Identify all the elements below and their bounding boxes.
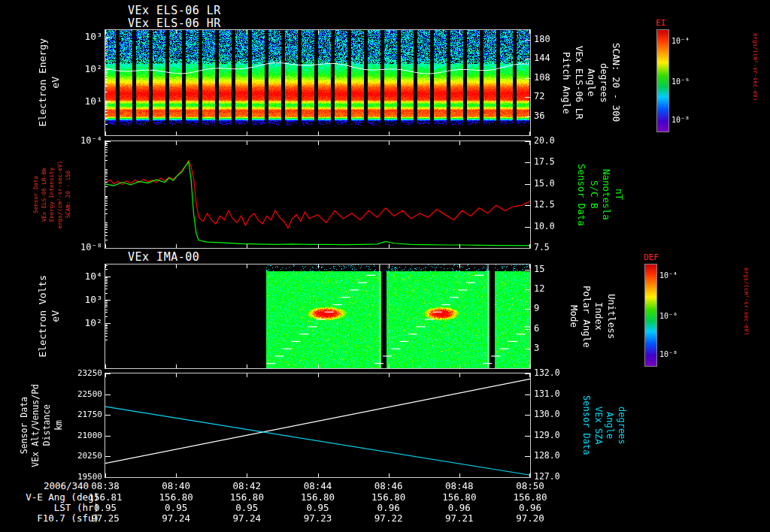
axis-tick-label-right: 144 (534, 53, 550, 63)
footer-value: 156.80 (224, 492, 269, 502)
time-tick-label: 08:48 (437, 481, 482, 491)
colorbar-tick-label: 10⁻⁴ (659, 271, 678, 280)
panel2-right-axis-label-line: S/C B (588, 180, 599, 209)
colorbar-def-unit-label: ergs/(cm²-sr-sec-eV) (742, 268, 749, 335)
time-tick-label: 08:50 (508, 481, 553, 491)
axis-tick-label-left: 10³ (66, 295, 102, 304)
panel3-left-axis-label: Electron VoltseV (38, 264, 62, 368)
footer-value: 0.96 (508, 503, 553, 512)
footer-value: 97.21 (437, 513, 482, 523)
axis-tick-label-right: 9 (534, 304, 539, 313)
panel2-right-axis-label: Sensor DataS/C BNanoteslanT (576, 141, 624, 248)
panel4-left-axis-label-line: Sensor Data (20, 397, 29, 454)
axis-tick-label-left: 10¹ (66, 96, 102, 106)
panel2-left-axis-label-line: ergs/(cm²-sr-sec-eV) (57, 161, 64, 228)
footer-value: 97.23 (296, 513, 341, 523)
axis-tick-label-right: 128.0 (534, 451, 560, 461)
footer-value: 0.96 (437, 503, 482, 512)
panel3-right-axis-label-line: Mode (568, 305, 579, 328)
panel2-right-axis-label-line: Nanotesla (601, 169, 611, 220)
axis-tick-label-right: 12 (534, 284, 544, 294)
axis-tick-label-left: 10² (66, 64, 102, 74)
panel2-left-axis-label-line: Energy Intensity (49, 168, 56, 222)
time-tick-label: 08:42 (224, 481, 269, 491)
plot-title-line1: VEx ELS-06 LR (128, 4, 221, 17)
footer-value: 156.80 (366, 492, 411, 502)
axis-tick-label-right: 3 (534, 343, 539, 353)
axis-tick-label-right: 129.0 (534, 431, 560, 440)
footer-value: 97.20 (508, 513, 553, 523)
panel2-els-intensity-and-magnetic-field-canvas (105, 141, 530, 248)
axis-tick-label-left: 10³ (66, 32, 102, 41)
panel1-left-axis-label: Electron EnergyeV (38, 30, 62, 135)
panel1-right-axis-label: Pitch AngleVEx ELS-06 LRAngledegreesSCAN… (561, 30, 621, 135)
panel2-left-axis-label-line: Sensor Data (33, 176, 40, 213)
panel4-right-axis-label-line: Sensor Data (581, 395, 591, 455)
colorbar-tick-label: 10⁻⁴ (671, 36, 690, 46)
footer-value: 97.24 (224, 513, 269, 523)
footer-value: 97.24 (153, 513, 199, 523)
axis-tick-label-left: 20250 (66, 451, 102, 461)
colorbar-tick-label: 10⁻⁶ (659, 311, 678, 321)
footer-value: 156.80 (437, 492, 482, 502)
time-tick-label: 08:46 (366, 481, 411, 491)
colorbar-tick-label: 10⁻⁸ (659, 349, 678, 359)
axis-tick-label-left: 10² (66, 318, 102, 328)
footer-value: 0.95 (296, 503, 341, 512)
panel4-left-axis-label-line: VEx Alt/Venus/Pd (31, 384, 41, 467)
panel4-left-axis-label-line: Distance (42, 404, 52, 446)
panel2-right-axis-label-line: Sensor Data (576, 164, 587, 226)
panel3-right-axis-label-line: Unitless (605, 294, 616, 339)
axis-tick-label-right: 20.0 (534, 136, 555, 146)
panel2-left-axis-label: Sensor DataVEx ELS-06 LR-BkEnergy Intens… (33, 141, 71, 248)
panel3-right-axis-label-line: Polar Angle (581, 286, 591, 348)
axis-tick-label-left: 10⁻⁴ (66, 136, 102, 146)
panel1-left-axis-label-line: eV (50, 77, 62, 89)
panel3-right-axis-label: ModePolar AngleIndexUnitless (568, 264, 617, 368)
panel2-left-axis-label-line: SCAN: 20 - 150 (65, 171, 72, 218)
time-tick-label: 08:40 (153, 481, 199, 491)
axis-tick-label-left: 22500 (66, 389, 102, 399)
panel4-left-axis-label-line: km (54, 420, 64, 431)
vex-science-plot-screen: VEx ELS-06 LR VEx ELS-06 HR VEx IMA-00 2… (0, 0, 770, 532)
axis-tick-label-left: 21750 (66, 410, 102, 419)
axis-tick-label-right: 130.0 (534, 410, 560, 419)
panel3-title: VEx IMA-00 (128, 250, 199, 264)
footer-value: 97.22 (366, 513, 411, 523)
panel4-left-axis-label: Sensor DataVEx Alt/Venus/PdDistancekm (20, 373, 64, 477)
footer-value: 0.96 (366, 503, 411, 512)
colorbar-tick-label: 10⁻⁸ (671, 115, 690, 125)
axis-tick-label-right: 36 (534, 111, 544, 121)
panel1-els-electron-energy-spectrogram-canvas (105, 30, 530, 135)
footer-value: 0.95 (224, 503, 269, 512)
panel3-left-axis-label-line: eV (50, 310, 62, 322)
axis-tick-label-right: 15.0 (534, 179, 555, 189)
footer-value: 156.80 (296, 492, 341, 502)
panel1-right-axis-label-line: VEx ELS-06 LR (573, 46, 584, 119)
panel2-left-axis-label-line: VEx ELS-06 LR-Bk (41, 168, 48, 222)
axis-tick-label-right: 15 (534, 264, 544, 274)
axis-tick-label-right: 6 (534, 324, 539, 334)
axis-tick-label-left: 10⁴ (66, 271, 102, 281)
axis-tick-label-right: 132.0 (534, 368, 560, 378)
axis-tick-label-right: 12.5 (534, 200, 555, 210)
panel2-right-axis-label-line: nT (613, 189, 623, 200)
panel1-right-axis-label-line: Pitch Angle (561, 52, 571, 114)
axis-tick-label-right: 180 (534, 35, 550, 44)
footer-value: 156.80 (508, 492, 553, 502)
panel1-right-axis-label-line: SCAN: 20 - 300 (611, 43, 621, 122)
axis-tick-label-left: 10⁻⁸ (66, 243, 102, 252)
colorbar-def-gradient (645, 264, 656, 366)
axis-tick-label-left: 21000 (66, 431, 102, 440)
axis-tick-label-right: 7.5 (534, 243, 550, 252)
axis-tick-label-right: 17.5 (534, 157, 555, 167)
footer-value: 156.80 (153, 492, 199, 502)
footer-value: 156.81 (83, 492, 128, 502)
axis-tick-label-right: 108 (534, 73, 550, 83)
axis-tick-label-right: 72 (534, 92, 544, 101)
axis-tick-label-right: 10.0 (534, 222, 555, 231)
panel3-right-axis-label-line: Index (593, 302, 604, 331)
footer-value: 97.25 (83, 513, 128, 523)
colorbar-ei-unit-label: ergs/(cm²-sr-sec-eV) (751, 33, 758, 101)
panel3-ima-spectrogram-canvas (105, 264, 530, 368)
